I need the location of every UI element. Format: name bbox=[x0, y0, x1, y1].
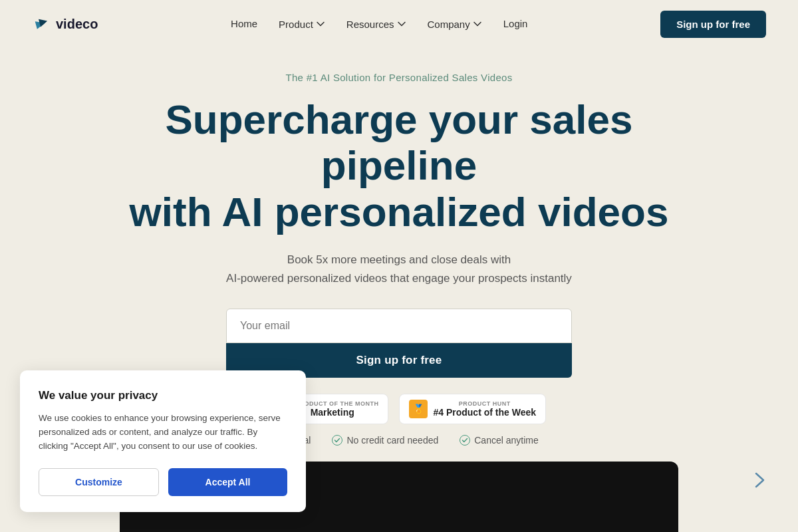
badge-week-label: PRODUCT HUNT bbox=[433, 400, 536, 407]
check-no-card-text: No credit card needed bbox=[346, 435, 438, 446]
hero-title: Supercharge your sales pipeline with AI … bbox=[126, 96, 672, 235]
nav-product[interactable]: Product bbox=[279, 19, 325, 30]
cookie-accept-button[interactable]: Accept All bbox=[168, 468, 287, 496]
check-cancel: Cancel anytime bbox=[460, 435, 539, 446]
email-input[interactable] bbox=[226, 309, 572, 343]
svg-point-1 bbox=[332, 435, 342, 445]
logo-icon bbox=[32, 15, 51, 33]
logo-text: videco bbox=[56, 17, 98, 32]
chevron-down-icon bbox=[316, 19, 325, 29]
hero-title-line1: Supercharge your sales pipeline bbox=[166, 96, 633, 188]
badge-week-value: #4 Product of the Week bbox=[433, 407, 536, 418]
check-icon-3 bbox=[460, 435, 470, 446]
hero-subtitle-line2: AI-powered personalized videos that enga… bbox=[226, 272, 572, 285]
logo-link[interactable]: videco bbox=[32, 15, 98, 33]
cookie-banner: We value your privacy We use cookies to … bbox=[20, 370, 306, 512]
next-arrow-button[interactable] bbox=[745, 466, 774, 495]
cookie-customize-button[interactable]: Customize bbox=[39, 468, 159, 496]
nav-login[interactable]: Login bbox=[503, 18, 528, 29]
hero-title-line2: with AI personalized videos bbox=[130, 189, 669, 235]
hero-subtitle-line1: Book 5x more meetings and close deals wi… bbox=[287, 253, 511, 266]
badge-week-text: PRODUCT HUNT #4 Product of the Week bbox=[433, 400, 536, 418]
hero-subtitle: Book 5x more meetings and close deals wi… bbox=[32, 251, 766, 287]
email-form: Sign up for free bbox=[226, 309, 572, 378]
cookie-title: We value your privacy bbox=[39, 389, 287, 402]
nav-home[interactable]: Home bbox=[231, 18, 257, 29]
check-icon-2 bbox=[332, 435, 342, 446]
check-no-card: No credit card needed bbox=[332, 435, 438, 446]
nav-links: Home Product Resources Company Login bbox=[231, 18, 527, 30]
chevron-down-icon-2 bbox=[397, 19, 406, 29]
nav-signup-button[interactable]: Sign up for free bbox=[660, 11, 766, 38]
nav-resources[interactable]: Resources bbox=[346, 19, 406, 30]
badge-ph-gold-icon: 🏅 bbox=[409, 400, 428, 418]
hero-tagline: The #1 AI Solution for Personalized Sale… bbox=[32, 72, 766, 83]
cookie-buttons: Customize Accept All bbox=[39, 468, 287, 496]
chevron-down-icon-3 bbox=[473, 19, 482, 29]
nav-company[interactable]: Company bbox=[428, 19, 482, 30]
chevron-right-icon bbox=[747, 468, 771, 492]
svg-point-2 bbox=[460, 435, 470, 445]
badge-product-week: 🏅 PRODUCT HUNT #4 Product of the Week bbox=[399, 394, 546, 424]
navbar: videco Home Product Resources Company Lo… bbox=[0, 0, 798, 48]
check-cancel-text: Cancel anytime bbox=[474, 435, 539, 446]
cookie-body: We use cookies to enhance your browsing … bbox=[39, 412, 287, 454]
